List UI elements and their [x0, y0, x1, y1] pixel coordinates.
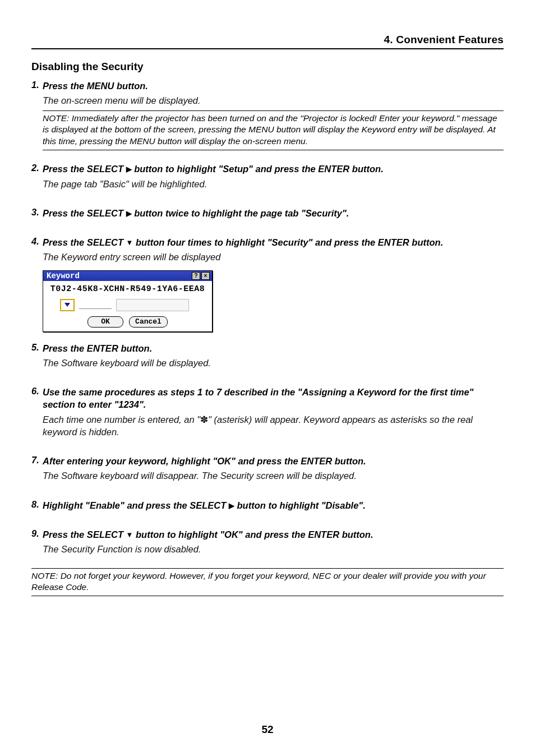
arrow-down-icon: ▼ — [126, 530, 133, 540]
keyword-dialog: Keyword ? × T0J2-45K8-XCHN-R549-1YA6-EEA… — [43, 270, 213, 332]
step-8: 8. Highlight "Enable" and press the SELE… — [31, 499, 504, 511]
arrow-right-icon: ▶ — [126, 164, 132, 174]
step-title: Press the ENTER button. — [43, 342, 504, 354]
step-3: 3. Press the SELECT ▶ button twice to hi… — [31, 207, 504, 219]
step-desc: The Software keyboard will be displayed. — [43, 357, 504, 369]
step-desc: The Software keyboard will disappear. Th… — [43, 469, 504, 482]
step-number: 3. — [31, 207, 43, 219]
step-title-pre: Press the SELECT — [43, 529, 126, 540]
step-7: 7. After entering your keyword, highligh… — [31, 455, 504, 482]
step-title: Press the MENU button. — [43, 80, 504, 92]
close-icon[interactable]: × — [201, 272, 210, 280]
step-title: After entering your keyword, highlight "… — [43, 455, 504, 467]
footer-note: NOTE: Do not forget your keyword. Howeve… — [31, 568, 504, 597]
serial-code: T0J2-45K8-XCHN-R549-1YA6-EEA8 — [47, 284, 209, 294]
input-row — [60, 298, 209, 312]
step-desc: The on-screen menu will be displayed. — [43, 94, 504, 107]
chevron-down-icon — [64, 303, 70, 307]
button-row: OK Cancel — [47, 316, 209, 328]
help-icon[interactable]: ? — [192, 272, 200, 280]
step-desc: The page tab "Basic" will be highlighted… — [43, 178, 504, 190]
step-title-pre: Press the SELECT — [43, 208, 126, 218]
step-title-pre: Highlight "Enable" and press the SELECT — [43, 500, 229, 510]
step-number: 4. — [31, 236, 43, 248]
asterisk-icon: ✽ — [200, 414, 208, 425]
step-desc: The Keyword entry screen will be display… — [43, 251, 504, 263]
step-1: 1. Press the MENU button. The on-screen … — [31, 80, 504, 150]
section-title: Disabling the Security — [31, 61, 504, 73]
page-number: 52 — [0, 723, 535, 736]
dialog-body: T0J2-45K8-XCHN-R549-1YA6-EEA8 OK Cancel — [43, 281, 212, 331]
step-6: 6. Use the same procedures as steps 1 to… — [31, 386, 504, 438]
step-desc: Each time one number is entered, an "✽" … — [43, 413, 504, 439]
step-title-pre: Press the SELECT — [43, 164, 126, 174]
arrow-right-icon: ▶ — [126, 209, 132, 219]
step-2: 2. Press the SELECT ▶ button to highligh… — [31, 163, 504, 190]
step-number: 6. — [31, 386, 43, 411]
desc-pre: Each time one number is entered, an " — [43, 414, 200, 425]
ok-button[interactable]: OK — [87, 316, 123, 328]
step-number: 7. — [31, 455, 43, 467]
step-title: Highlight "Enable" and press the SELECT … — [43, 499, 504, 511]
step-title: Press the SELECT ▼ button four times to … — [43, 236, 504, 248]
arrow-down-icon: ▼ — [126, 238, 133, 248]
arrow-right-icon: ▶ — [229, 501, 234, 511]
dialog-title-text: Keyword — [47, 271, 80, 280]
step-number: 9. — [31, 528, 43, 541]
dialog-titlebar: Keyword ? × — [43, 271, 212, 281]
step-title-post: button twice to highlight the page tab "… — [132, 208, 349, 218]
step-title-pre: Press the SELECT — [43, 237, 126, 247]
step-number: 5. — [31, 342, 43, 354]
step-title-post: button to highlight "Disable". — [234, 500, 366, 510]
header-rule: 4. Convenient Features — [31, 34, 504, 49]
step-title: Press the SELECT ▶ button to highlight "… — [43, 163, 504, 175]
step-9: 9. Press the SELECT ▼ button to highligh… — [31, 528, 504, 556]
step-title: Use the same procedures as steps 1 to 7 … — [43, 386, 504, 411]
step-title-post: button four times to highlight "Security… — [133, 237, 443, 247]
step-note: NOTE: Immediately after the projector ha… — [43, 110, 504, 151]
step-title: Press the SELECT ▼ button to highlight "… — [43, 528, 504, 541]
step-4: 4. Press the SELECT ▼ button four times … — [31, 236, 504, 332]
step-number: 8. — [31, 499, 43, 511]
dialog-title-icons: ? × — [192, 272, 210, 280]
input-box[interactable] — [116, 299, 189, 311]
combo-dropdown[interactable] — [60, 299, 75, 311]
cancel-button[interactable]: Cancel — [129, 316, 168, 328]
step-title: Press the SELECT ▶ button twice to highl… — [43, 207, 504, 219]
keyword-dialog-container: Keyword ? × T0J2-45K8-XCHN-R549-1YA6-EEA… — [43, 270, 504, 332]
chapter-title: 4. Convenient Features — [31, 34, 504, 48]
step-number: 2. — [31, 163, 43, 175]
step-desc: The Security Function is now disabled. — [43, 543, 504, 555]
step-number: 1. — [31, 80, 43, 92]
page-content: 4. Convenient Features Disabling the Sec… — [31, 34, 504, 596]
step-5: 5. Press the ENTER button. The Software … — [31, 342, 504, 370]
step-title-post: button to highlight "Setup" and press th… — [132, 164, 384, 174]
step-title-post: button to highlight "OK" and press the E… — [133, 529, 373, 540]
input-underline[interactable] — [79, 301, 112, 309]
